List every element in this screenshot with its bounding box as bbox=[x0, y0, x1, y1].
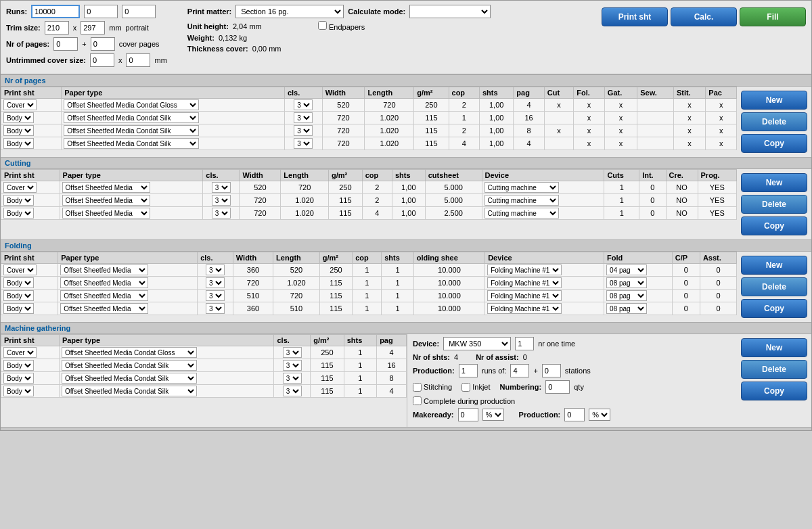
mg-new-button[interactable]: New bbox=[741, 338, 807, 357]
trim-height[interactable] bbox=[81, 21, 105, 34]
mg-cls-select[interactable]: 3 bbox=[283, 360, 302, 371]
fold-fold-select[interactable]: 08 pag bbox=[606, 290, 647, 301]
pages-val1[interactable] bbox=[53, 37, 78, 51]
fill-button[interactable]: Fill bbox=[740, 7, 806, 26]
mg-cls-select[interactable]: 3 bbox=[283, 386, 302, 396]
device-select[interactable]: MKW 350 bbox=[443, 337, 511, 350]
fold-print-sht-select[interactable]: Body bbox=[3, 277, 34, 288]
mg-print-sht-select[interactable]: Body bbox=[3, 373, 34, 384]
makeready-pct-select[interactable]: % bbox=[482, 409, 504, 421]
nop-paper-type-select[interactable]: Offset Sheetfed Media Condat Silk bbox=[64, 138, 199, 149]
nop-print-sht-select[interactable]: Body bbox=[3, 125, 34, 136]
fold-cls-select[interactable]: 3 bbox=[206, 290, 225, 301]
fold-device-select[interactable]: Folding Machine #1 bbox=[487, 264, 562, 275]
fold-print-sht-select[interactable]: Body bbox=[3, 290, 34, 301]
fold-fold-select[interactable]: 08 pag bbox=[606, 303, 647, 314]
runs-input1[interactable] bbox=[31, 5, 80, 18]
fold-cls-select[interactable]: 3 bbox=[206, 264, 225, 275]
fold-copy-button[interactable]: Copy bbox=[741, 299, 807, 318]
cut-cls-select[interactable]: 3 bbox=[212, 195, 231, 206]
cut-print-sht-select[interactable]: Cover bbox=[3, 182, 37, 193]
fold-print-sht-select[interactable]: Cover bbox=[3, 264, 37, 275]
complete-checkbox[interactable] bbox=[413, 396, 422, 405]
fold-delete-button[interactable]: Delete bbox=[741, 277, 807, 296]
mg-print-sht-select[interactable]: Cover bbox=[3, 347, 37, 358]
mg-paper-type-select[interactable]: Offset Sheetfed Media Condat Gloss bbox=[62, 347, 197, 358]
fold-paper-type-select[interactable]: Offset Sheetfed Media bbox=[60, 264, 148, 275]
fold-new-button[interactable]: New bbox=[741, 256, 807, 275]
numbering-val[interactable] bbox=[545, 380, 570, 394]
nop-copy-button[interactable]: Copy bbox=[741, 134, 807, 153]
fold-paper-type-select[interactable]: Offset Sheetfed Media bbox=[60, 290, 148, 301]
mg-print-sht-select[interactable]: Body bbox=[3, 360, 34, 371]
cut-device-select[interactable]: Cutting machine bbox=[484, 195, 559, 206]
untrimmed-h[interactable] bbox=[126, 53, 150, 67]
calc-mode-select[interactable] bbox=[409, 5, 491, 18]
cut-new-button[interactable]: New bbox=[741, 173, 807, 192]
cut-cls-select[interactable]: 3 bbox=[212, 208, 231, 218]
fold-device-select[interactable]: Folding Machine #1 bbox=[487, 290, 562, 301]
fold-fold-select[interactable]: 04 pag bbox=[606, 264, 647, 275]
mg-paper-type-select[interactable]: Offset Sheetfed Media Condat Silk bbox=[62, 386, 197, 396]
device-num[interactable] bbox=[515, 337, 534, 350]
cut-delete-button[interactable]: Delete bbox=[741, 195, 807, 214]
production-val[interactable] bbox=[459, 364, 478, 377]
nop-cls-select[interactable]: 3 bbox=[294, 99, 313, 110]
fold-device-select[interactable]: Folding Machine #1 bbox=[487, 277, 562, 288]
nop-print-sht-select[interactable]: Cover bbox=[3, 99, 37, 110]
pages-val2[interactable] bbox=[91, 37, 115, 51]
nop-print-sht-select[interactable]: Body bbox=[3, 138, 34, 149]
trim-width[interactable] bbox=[45, 21, 69, 34]
inkjet-checkbox[interactable] bbox=[461, 383, 470, 392]
cut-device-select[interactable]: Cutting machine bbox=[484, 182, 559, 193]
mg-delete-button[interactable]: Delete bbox=[741, 360, 807, 379]
fold-paper-type-select[interactable]: Offset Sheetfed Media bbox=[60, 303, 148, 314]
fold-fold-select[interactable]: 08 pag bbox=[606, 277, 647, 288]
print-sht-button[interactable]: Print sht bbox=[602, 7, 668, 26]
fold-device-select[interactable]: Folding Machine #1 bbox=[487, 303, 562, 314]
runs-input2[interactable] bbox=[84, 5, 118, 18]
stitching-checkbox[interactable] bbox=[413, 383, 422, 392]
untrimmed-w[interactable] bbox=[90, 53, 114, 67]
cut-paper-type-select[interactable]: Offset Sheetfed Media bbox=[62, 208, 150, 218]
runs-of-val[interactable] bbox=[510, 364, 529, 377]
nop-paper-type-select[interactable]: Offset Sheetfed Media Condat Silk bbox=[64, 112, 199, 123]
mg-print-sht-select[interactable]: Body bbox=[3, 386, 34, 396]
cut-copy-button[interactable]: Copy bbox=[741, 216, 807, 235]
cut-print-sht-select[interactable]: Body bbox=[3, 208, 34, 218]
mg-copy-button[interactable]: Copy bbox=[741, 382, 807, 400]
nop-print-sht-select[interactable]: Body bbox=[3, 112, 34, 123]
calc-button[interactable]: Calc. bbox=[671, 7, 737, 26]
nop-cls-select[interactable]: 3 bbox=[294, 112, 313, 123]
mg-cls-select[interactable]: 3 bbox=[283, 373, 302, 384]
runs-input3[interactable] bbox=[122, 5, 156, 18]
nop-cls-select[interactable]: 3 bbox=[294, 125, 313, 136]
cut-device-select[interactable]: Cutting machine bbox=[484, 208, 559, 218]
cut-paper-type-select[interactable]: Offset Sheetfed Media bbox=[62, 182, 150, 193]
stations-plus-val[interactable] bbox=[542, 364, 561, 377]
nop-cls-select[interactable]: 3 bbox=[294, 138, 313, 149]
fold-paper-type-select[interactable]: Offset Sheetfed Media bbox=[60, 277, 148, 288]
nop-new-button[interactable]: New bbox=[741, 91, 807, 110]
fold-cls-select[interactable]: 3 bbox=[206, 303, 225, 314]
nop-paper-type-select[interactable]: Offset Sheetfed Media Condat Silk bbox=[64, 125, 199, 136]
fold-col-gsm: g/m² bbox=[319, 252, 352, 264]
mg-paper-type-select[interactable]: Offset Sheetfed Media Condat Silk bbox=[62, 373, 197, 384]
print-matter-select[interactable]: Section 16 pg. bbox=[235, 5, 344, 18]
endpapers-checkbox[interactable] bbox=[318, 21, 327, 30]
nop-delete-button[interactable]: Delete bbox=[741, 112, 807, 131]
cut-cls-select[interactable]: 3 bbox=[212, 182, 231, 193]
production2-val[interactable] bbox=[564, 408, 585, 421]
cut-paper-type-select[interactable]: Offset Sheetfed Media bbox=[62, 195, 150, 206]
fold-cls-select[interactable]: 3 bbox=[206, 277, 225, 288]
production2-pct-select[interactable]: % bbox=[589, 409, 610, 421]
mg-paper-type-select[interactable]: Offset Sheetfed Media Condat Silk bbox=[62, 360, 197, 371]
cut-print-sht-select[interactable]: Body bbox=[3, 195, 34, 206]
fold-print-sht-select[interactable]: Body bbox=[3, 303, 34, 314]
makeready-val[interactable] bbox=[458, 408, 478, 421]
col-pac: Pac bbox=[706, 87, 737, 99]
untrimmed-unit: mm bbox=[154, 56, 166, 64]
nop-paper-type-select[interactable]: Offset Sheetfed Media Condat Gloss bbox=[64, 99, 199, 110]
cut-col-cls: cls. bbox=[203, 170, 240, 181]
mg-cls-select[interactable]: 3 bbox=[283, 347, 302, 358]
